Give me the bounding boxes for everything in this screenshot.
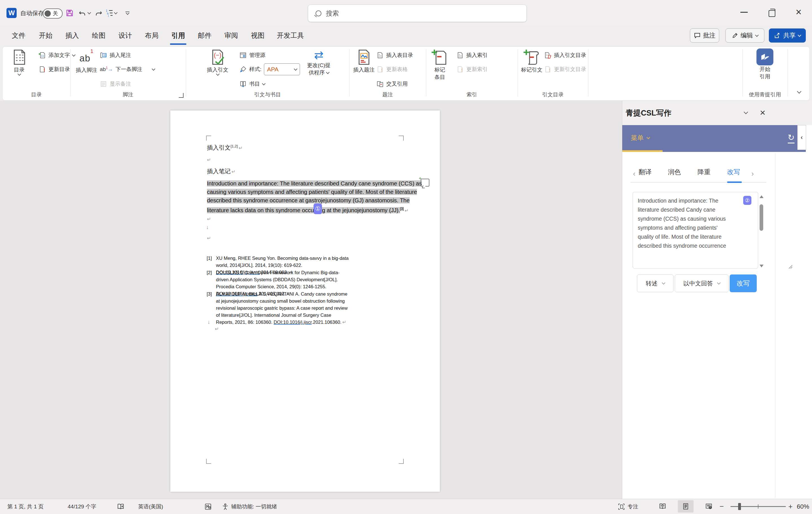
focus-icon: [617, 503, 625, 510]
collapse-ribbon-chevron-icon[interactable]: [798, 89, 801, 94]
insert-citation-button[interactable]: (−) 插入引文: [207, 49, 228, 75]
manage-sources-button[interactable]: 管理源: [239, 49, 265, 61]
tab-references-active[interactable]: 引用: [168, 26, 189, 45]
autosave-toggle[interactable]: 关: [43, 8, 63, 19]
zoom-in-button[interactable]: +: [788, 499, 792, 514]
print-layout-button[interactable]: [678, 500, 694, 513]
highlighted-paragraph-line[interactable]: causing various symptoms and affecting p…: [207, 188, 417, 196]
rewrite-source-textarea[interactable]: Introduction and importance: The literat…: [633, 192, 758, 269]
plugin-badge-1[interactable]: ①: [314, 204, 322, 214]
redo-button[interactable]: [93, 7, 104, 19]
proofing-status-icon[interactable]: [117, 499, 125, 514]
show-notes-button[interactable]: 显示备注: [100, 78, 131, 90]
panel-side-collapse-tab[interactable]: ‹: [798, 125, 806, 150]
toc-button[interactable]: 目录: [10, 49, 28, 75]
bibliography-button[interactable]: 书目: [239, 78, 265, 90]
read-mode-button[interactable]: [655, 500, 670, 513]
tabs-next-chevron-icon[interactable]: ›: [751, 169, 754, 178]
citation-style-select[interactable]: APA: [264, 63, 300, 75]
insert-endnote-button[interactable]: [i] 插入尾注: [100, 49, 131, 61]
document-page[interactable]: 插入引文[1,2]↵ ↵ 插入笔记↵ Introduction and impo…: [170, 111, 440, 492]
panel-close-icon[interactable]: ×: [757, 107, 768, 118]
share-button[interactable]: 共享: [769, 28, 806, 42]
start-citation-button[interactable]: 开始 引用: [756, 49, 773, 80]
insert-caption-button[interactable]: 插入题注: [353, 49, 375, 73]
panel-menu-button[interactable]: 菜单: [631, 133, 649, 142]
update-toc-button[interactable]: ! 更新目录: [39, 63, 70, 75]
minimize-button[interactable]: [741, 12, 748, 13]
mark-citation-button[interactable]: 标记引文: [521, 49, 543, 73]
macro-record-icon[interactable]: [204, 499, 212, 514]
save-icon[interactable]: [65, 9, 74, 17]
scrollbar-thumb[interactable]: [759, 204, 763, 231]
close-window-button[interactable]: ×: [796, 6, 802, 18]
add-text-button[interactable]: 添加文字: [39, 49, 75, 61]
comment-marker-icon[interactable]: [420, 179, 429, 186]
cross-reference-button[interactable]: 交叉引用: [376, 78, 408, 90]
list-dropdown-chevron-icon[interactable]: [113, 7, 118, 19]
highlighted-paragraph-line[interactable]: Introduction and importance: The literat…: [207, 179, 422, 188]
plugin-badge-2[interactable]: ②: [743, 196, 751, 205]
next-footnote-button[interactable]: ab1→ 下一条脚注: [100, 63, 181, 75]
tab-file[interactable]: 文件: [8, 26, 29, 45]
restore-window-button[interactable]: [768, 10, 775, 17]
change-provider-button[interactable]: ⇄ 更改(C)提 供程序: [307, 49, 330, 76]
comments-button[interactable]: 批注: [690, 28, 719, 42]
refresh-icon[interactable]: ↻: [788, 133, 794, 144]
panel-collapse-chevron-icon[interactable]: [740, 107, 751, 118]
focus-mode-button[interactable]: 专注: [617, 499, 638, 514]
language-indicator[interactable]: 英语(美国): [138, 499, 163, 514]
textarea-line: Introduction and importance: The: [638, 196, 747, 205]
resize-grip-icon[interactable]: [787, 264, 793, 269]
scroll-up-icon[interactable]: [759, 195, 763, 198]
tab-mailings[interactable]: 邮件: [194, 26, 215, 45]
tabs-prev-chevron-icon[interactable]: ‹: [633, 169, 636, 178]
word-count[interactable]: 44/129 个字: [68, 499, 96, 514]
answer-language-select[interactable]: 以中文回答: [675, 274, 729, 292]
tab-review[interactable]: 审阅: [221, 26, 242, 45]
tab-view[interactable]: 视图: [247, 26, 268, 45]
undo-dropdown-chevron-icon[interactable]: [86, 7, 92, 19]
page-indicator[interactable]: 第 1 页, 共 1 页: [7, 499, 44, 514]
insert-index-button[interactable]: 插入索引: [457, 49, 488, 61]
tab-home[interactable]: 开始: [35, 26, 56, 45]
zoom-out-button[interactable]: −: [720, 499, 724, 514]
web-layout-button[interactable]: [701, 500, 717, 513]
panel-tab-translate[interactable]: 翻译: [639, 168, 651, 176]
doi-link[interactable]: DOI:10.1016/j.ijscr: [274, 320, 312, 325]
scroll-down-icon[interactable]: [759, 265, 763, 267]
doc-line-insert-citation[interactable]: 插入引文[1,2]↵: [207, 144, 243, 152]
footnotes-dialog-launcher-icon[interactable]: [179, 93, 183, 98]
highlighted-paragraph-line[interactable]: described this syndrome occurrence at ga…: [207, 196, 410, 205]
mark-entry-button[interactable]: 标记 条目: [431, 49, 448, 81]
tab-layout[interactable]: 布局: [141, 26, 163, 45]
zoom-percentage[interactable]: 60%: [797, 499, 809, 514]
update-index-button[interactable]: ! 更新索引: [457, 63, 488, 75]
tab-insert[interactable]: 插入: [61, 26, 83, 45]
quick-access-overflow-icon[interactable]: [122, 7, 133, 19]
reference-item[interactable]: [3]ALMAYOUF M, BILLA S, ALQAHTANI A. Can…: [207, 291, 349, 326]
editing-mode-button[interactable]: 编辑: [725, 28, 764, 42]
tab-design[interactable]: 设计: [114, 26, 136, 45]
search-input[interactable]: 搜索: [308, 4, 527, 22]
update-table-of-authorities-button[interactable]: ! 更新引文目录: [544, 63, 586, 75]
word-logo-icon[interactable]: W: [6, 8, 17, 18]
tab-developer[interactable]: 开发工具: [273, 26, 307, 45]
rewrite-mode-select[interactable]: 转述: [637, 274, 673, 292]
panel-tab-rewrite-active[interactable]: 改写: [727, 168, 740, 176]
ribbon-tab-row: 文件 开始 插入 绘图 设计 布局 引用 邮件 审阅 视图 开发工具 批注 编辑…: [0, 26, 812, 47]
rewrite-action-button[interactable]: 改写: [730, 274, 757, 292]
highlighted-paragraph-line[interactable]: literature lacks data on this syndrome o…: [207, 205, 409, 215]
panel-tab-polish[interactable]: 润色: [668, 168, 681, 176]
svg-text:!: !: [549, 67, 550, 73]
update-table-button[interactable]: ! 更新表格: [376, 63, 408, 75]
panel-tab-dedupe[interactable]: 降重: [698, 168, 710, 176]
doc-line-insert-note[interactable]: 插入笔记↵: [207, 168, 235, 175]
accessibility-status[interactable]: 辅助功能: 一切就绪: [222, 499, 277, 514]
textarea-scrollbar[interactable]: [759, 195, 763, 267]
insert-table-of-figures-button[interactable]: 插入表目录: [376, 49, 413, 61]
insert-footnote-button[interactable]: ab1 插入脚注: [76, 49, 97, 73]
insert-table-of-authorities-button[interactable]: 插入引文目录: [544, 49, 586, 61]
zoom-slider-thumb[interactable]: [738, 503, 741, 510]
tab-draw[interactable]: 绘图: [88, 26, 109, 45]
